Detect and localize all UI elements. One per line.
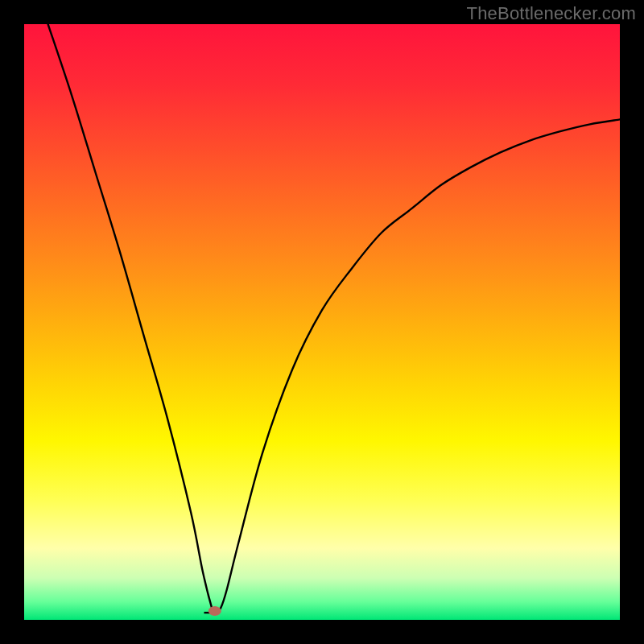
watermark-text: TheBottlenecker.com [467,3,636,24]
plot-area [24,24,620,620]
chart-svg [24,24,620,620]
optimum-marker [208,606,221,616]
gradient-background [24,24,620,620]
chart-frame: TheBottlenecker.com [0,0,644,644]
